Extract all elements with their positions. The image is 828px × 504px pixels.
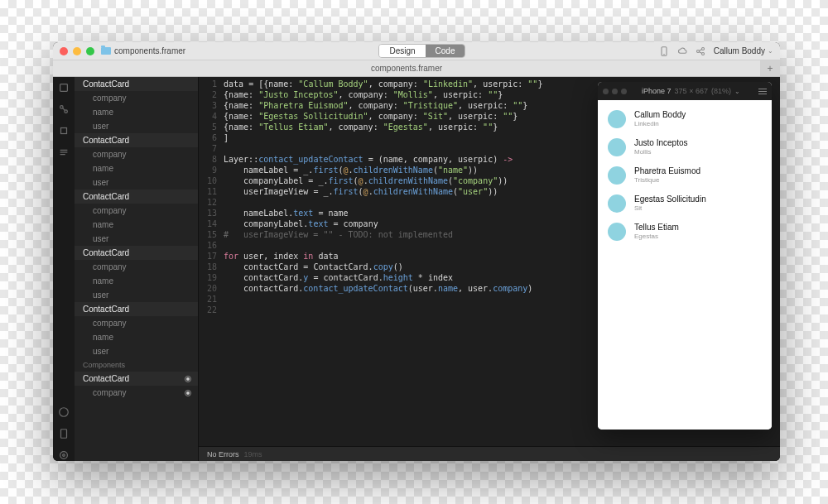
svg-point-17	[60, 452, 68, 459]
cloud-icon[interactable]	[677, 46, 687, 56]
plus-icon: +	[767, 63, 773, 74]
file-tab[interactable]: components.framer	[53, 60, 760, 76]
avatar	[608, 166, 626, 185]
preview-scale: (81%)	[711, 87, 731, 95]
link-icon[interactable]	[58, 103, 70, 115]
avatar	[608, 194, 626, 213]
outline-group[interactable]: ContactCard	[75, 133, 198, 147]
svg-point-4	[701, 52, 704, 55]
svg-rect-16	[61, 430, 67, 439]
close-window-button[interactable]	[60, 47, 68, 55]
svg-point-9	[65, 110, 68, 113]
outline-group[interactable]: ContactCard	[75, 246, 198, 260]
outline-component[interactable]: ContactCard	[75, 372, 198, 386]
preview-window-dots	[603, 89, 627, 94]
outline-section-label: Components	[75, 358, 198, 372]
tabstrip: components.framer +	[53, 60, 780, 77]
svg-line-6	[699, 51, 701, 53]
minimize-window-button[interactable]	[73, 47, 81, 55]
dot-icon	[621, 89, 627, 94]
outline-component-child[interactable]: company	[75, 386, 198, 400]
outline-child[interactable]: name	[75, 105, 198, 119]
svg-point-8	[60, 106, 64, 109]
outline-child[interactable]: name	[75, 218, 198, 232]
contact-company: Mollis	[634, 148, 687, 156]
chevron-down-icon: ⌄	[734, 88, 740, 95]
dot-icon	[603, 89, 609, 94]
editor-area: 12345678910111213141516171819202122 data…	[199, 77, 780, 461]
contact-row[interactable]: Tellus Etiam Egestas	[598, 218, 772, 246]
new-tab-button[interactable]: +	[760, 60, 780, 76]
help-icon[interactable]	[58, 406, 70, 418]
outline-group[interactable]: ContactCard	[75, 302, 198, 316]
svg-line-5	[699, 49, 701, 50]
layers-icon[interactable]	[58, 82, 70, 94]
status-time: 19ms	[244, 450, 262, 458]
window-controls	[60, 47, 94, 55]
status-bar: No Errors 19ms	[199, 446, 780, 461]
app-window: components.framer Design Code Callum Bod…	[53, 42, 780, 461]
avatar	[608, 223, 626, 241]
contact-company: Tristique	[634, 176, 700, 185]
preview-content[interactable]: Callum Boddy Linkedin Justo Inceptos Mol…	[598, 100, 772, 430]
outline-child[interactable]: user	[75, 119, 198, 133]
preview-device-selector[interactable]: iPhone 7 375 × 667 (81%) ⌄	[632, 87, 750, 95]
outline-child[interactable]: company	[75, 204, 198, 218]
body: ContactCardcompanynameuserContactCardcom…	[53, 77, 780, 461]
line-gutter: 12345678910111213141516171819202122	[199, 79, 224, 446]
contact-row[interactable]: Callum Boddy Linkedin	[598, 105, 772, 133]
device-icon[interactable]	[659, 46, 669, 56]
outline-child[interactable]: user	[75, 232, 198, 246]
avatar	[608, 138, 626, 156]
contact-row[interactable]: Justo Inceptos Mollis	[598, 133, 772, 161]
settings-icon[interactable]	[58, 449, 70, 461]
contact-company: Egestas	[634, 233, 679, 241]
outline-child[interactable]: user	[75, 288, 198, 302]
contact-text: Pharetra Euismod Tristique	[634, 166, 700, 185]
contact-text: Tellus Etiam Egestas	[634, 223, 679, 241]
avatar	[608, 110, 626, 128]
share-icon[interactable]	[696, 46, 705, 56]
project-title: components.framer	[101, 46, 185, 55]
outline-child[interactable]: name	[75, 330, 198, 344]
maximize-window-button[interactable]	[86, 47, 94, 55]
outline-group[interactable]: ContactCard	[75, 77, 198, 91]
project-name: components.framer	[114, 46, 185, 55]
preview-panel: iPhone 7 375 × 667 (81%) ⌄ Callum Boddy …	[598, 82, 772, 430]
contact-text: Justo Inceptos Mollis	[634, 138, 687, 156]
outline-child[interactable]: company	[75, 316, 198, 330]
frame-icon[interactable]	[58, 125, 70, 137]
contact-row[interactable]: Pharetra Euismod Tristique	[598, 161, 772, 190]
outline-child[interactable]: name	[75, 274, 198, 288]
contact-name: Callum Boddy	[634, 110, 686, 120]
dot-icon	[612, 89, 618, 94]
contact-company: Sit	[634, 204, 706, 213]
account-name: Callum Boddy	[714, 46, 765, 55]
outline-child[interactable]: company	[75, 147, 198, 161]
layer-outline[interactable]: ContactCardcompanynameuserContactCardcom…	[75, 77, 199, 461]
contact-name: Pharetra Euismod	[634, 166, 700, 176]
preview-menu-icon[interactable]	[755, 89, 767, 94]
mode-segment: Design Code	[378, 44, 465, 58]
outline-child[interactable]: company	[75, 260, 198, 274]
code-tab[interactable]: Code	[426, 45, 465, 57]
outline-child[interactable]: user	[75, 175, 198, 190]
outline-child[interactable]: company	[75, 91, 198, 105]
contact-company: Linkedin	[634, 120, 686, 128]
svg-point-15	[60, 408, 69, 417]
contact-name: Tellus Etiam	[634, 223, 679, 233]
svg-point-3	[701, 47, 704, 50]
svg-line-10	[63, 108, 65, 111]
status-label: No Errors	[207, 450, 239, 458]
contact-row[interactable]: Egestas Sollicitudin Sit	[598, 190, 772, 218]
outline-child[interactable]: name	[75, 161, 198, 175]
account-menu[interactable]: Callum Boddy ⌄	[714, 46, 773, 55]
preview-device: iPhone 7	[642, 87, 672, 95]
docs-icon[interactable]	[58, 428, 70, 439]
design-tab[interactable]: Design	[379, 45, 425, 57]
outline-group[interactable]: ContactCard	[75, 190, 198, 204]
radio-icon	[185, 390, 191, 396]
outline-child[interactable]: user	[75, 344, 198, 358]
titlebar: components.framer Design Code Callum Bod…	[53, 42, 780, 60]
list-icon[interactable]	[58, 146, 70, 158]
